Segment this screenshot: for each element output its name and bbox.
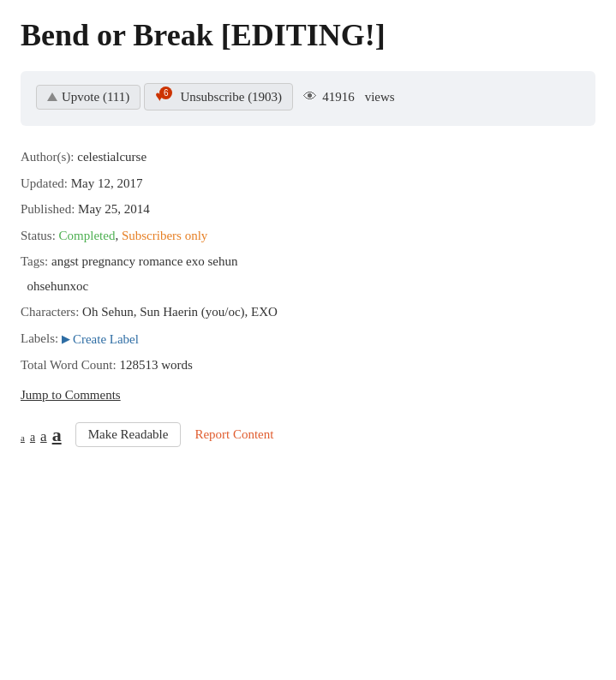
updated-label: Updated: <box>21 176 68 190</box>
updated-row: Updated: May 12, 2017 <box>21 171 595 196</box>
word-count-value: 128513 words <box>119 358 192 372</box>
labels-label: Labels: <box>21 331 58 345</box>
jump-to-comments-link[interactable]: Jump to Comments <box>21 383 121 408</box>
characters-label: Characters: <box>21 305 79 319</box>
tags-row: Tags: angst pregnancy romance exo sehun … <box>21 249 595 298</box>
updated-value: May 12, 2017 <box>71 176 143 190</box>
status-completed: Completed <box>59 229 116 242</box>
report-content-button[interactable]: Report Content <box>194 423 273 446</box>
authors-row: Author(s): celestialcurse <box>21 145 595 170</box>
views-count: 41916 <box>322 90 355 104</box>
status-label: Status: <box>21 229 56 242</box>
characters-row: Characters: Oh Sehun, Sun Haerin (you/oc… <box>21 300 595 325</box>
create-label-link[interactable]: ▶ Create Label <box>62 327 139 352</box>
jump-to-comments-row: Jump to Comments <box>21 379 595 413</box>
tags-container: angst pregnancy romance exo sehun ohsehu… <box>21 254 237 293</box>
published-label: Published: <box>21 202 75 216</box>
heart-icon: ♥6 <box>155 88 176 105</box>
unsubscribe-button[interactable]: ♥6 Unsubscribe (1903) <box>144 83 293 110</box>
eye-icon: 👁 <box>303 89 317 104</box>
views-label: views <box>365 90 395 104</box>
upvote-arrow-icon <box>47 92 57 101</box>
tag-exo: exo <box>186 254 205 268</box>
views-stat: 👁 41916 <box>296 85 362 109</box>
published-value: May 25, 2014 <box>78 202 150 216</box>
heart-badge: 6 <box>159 86 172 99</box>
tag-ohsehunxoc: ohsehunxoc <box>21 279 88 293</box>
font-size-medium[interactable]: a <box>30 431 35 444</box>
make-readable-button[interactable]: Make Readable <box>75 422 182 447</box>
create-label-arrow-icon: ▶ <box>62 329 70 350</box>
tag-sehun: sehun <box>207 254 237 268</box>
status-row: Status: Completed, Subscribers only <box>21 224 595 248</box>
authors-link[interactable]: celestialcurse <box>77 150 147 164</box>
font-size-large[interactable]: a <box>40 428 47 445</box>
font-size-small[interactable]: a <box>21 432 25 443</box>
font-size-group: a a a a <box>21 424 62 446</box>
tags-label: Tags: <box>21 254 48 268</box>
word-count-label: Total Word Count: <box>21 358 117 372</box>
font-size-xlarge[interactable]: a <box>52 424 62 446</box>
unsubscribe-label: Unsubscribe (1903) <box>180 90 282 104</box>
status-subscribers: Subscribers only <box>122 229 207 242</box>
tag-romance: romance <box>139 254 183 268</box>
create-label-text: Create Label <box>73 327 139 352</box>
tag-angst: angst <box>51 254 79 268</box>
upvote-button[interactable]: Upvote (111) <box>36 85 141 110</box>
meta-section: Author(s): celestialcurse Updated: May 1… <box>21 145 595 412</box>
upvote-label: Upvote (111) <box>62 90 129 104</box>
stats-row: Upvote (111) ♥6 Unsubscribe (1903) 👁 419… <box>36 83 580 110</box>
word-count-row: Total Word Count: 128513 words <box>21 353 595 378</box>
authors-label: Author(s): <box>21 150 75 164</box>
stats-panel: Upvote (111) ♥6 Unsubscribe (1903) 👁 419… <box>21 71 595 126</box>
labels-row: Labels: ▶ Create Label <box>21 326 595 352</box>
characters-value: Oh Sehun, Sun Haerin (you/oc), EXO <box>82 305 278 319</box>
tag-pregnancy: pregnancy <box>81 254 135 268</box>
status-separator: , <box>115 229 118 242</box>
published-row: Published: May 25, 2014 <box>21 197 595 222</box>
page-title: Bend or Break [EDITING!] <box>21 17 595 54</box>
bottom-bar: a a a a Make Readable Report Content <box>21 422 595 447</box>
